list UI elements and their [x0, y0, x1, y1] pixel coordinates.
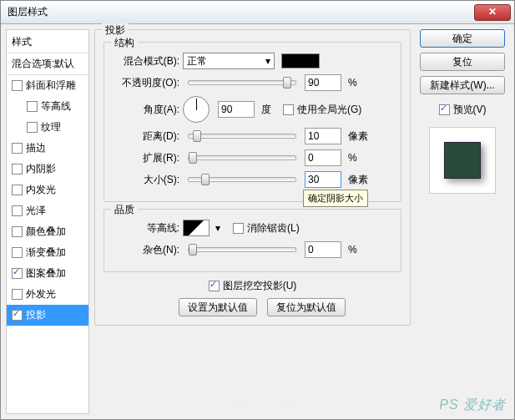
checkbox[interactable] [27, 122, 38, 133]
knockout-checkbox[interactable] [209, 281, 220, 291]
checkbox[interactable] [12, 143, 23, 154]
blend-mode-label: 混合模式(B): [113, 54, 179, 68]
spread-unit: % [348, 152, 357, 164]
checkbox[interactable] [12, 289, 23, 300]
style-item-color-overlay[interactable]: 颜色叠加 [7, 221, 88, 242]
distance-slider[interactable] [188, 134, 296, 139]
checkbox[interactable] [12, 247, 23, 258]
ok-button[interactable]: 确定 [420, 29, 505, 48]
checkbox[interactable] [12, 80, 23, 91]
size-input[interactable]: 30 [305, 171, 341, 188]
style-item-inner-glow[interactable]: 内发光 [7, 180, 88, 200]
distance-label: 距离(D): [113, 129, 179, 144]
settings-panel: 投影 结构 混合模式(B): 正常 不透明度(O): 90 % [94, 29, 411, 414]
quality-group: 品质 等高线: 消除锯齿(L) 杂色(N): 0 % [104, 209, 401, 272]
reset-button[interactable]: 复位 [420, 53, 505, 71]
opacity-label: 不透明度(O): [113, 76, 179, 90]
style-item-outer-glow[interactable]: 外发光 [7, 284, 88, 305]
checkbox[interactable] [12, 205, 23, 216]
style-item-pattern-overlay[interactable]: 图案叠加 [7, 263, 88, 284]
spread-label: 扩展(R): [113, 151, 179, 165]
global-light-checkbox[interactable] [283, 104, 294, 115]
style-item-drop-shadow[interactable]: 投影 [7, 305, 88, 326]
titlebar: 图层样式 ✕ [1, 1, 514, 24]
size-label: 大小(S): [113, 173, 179, 187]
checkbox[interactable] [27, 101, 38, 112]
contour-picker[interactable] [183, 220, 210, 236]
antialias-checkbox[interactable] [233, 223, 244, 234]
blend-options-item[interactable]: 混合选项:默认 [7, 53, 88, 75]
style-item-bevel[interactable]: 斜面和浮雕 [7, 75, 88, 96]
checkbox[interactable] [12, 310, 23, 321]
preview-inner [444, 142, 481, 179]
preview-thumbnail [429, 127, 496, 194]
noise-slider[interactable] [188, 247, 296, 252]
checkbox[interactable] [12, 185, 23, 195]
global-light-label: 使用全局光(G) [297, 103, 361, 117]
drop-shadow-group: 投影 结构 混合模式(B): 正常 不透明度(O): 90 % [94, 29, 411, 326]
structure-title: 结构 [111, 36, 138, 50]
noise-unit: % [348, 244, 357, 256]
styles-header: 样式 [7, 32, 88, 53]
style-item-inner-shadow[interactable]: 内阴影 [7, 159, 88, 180]
quality-title: 品质 [111, 203, 138, 217]
distance-input[interactable]: 10 [305, 128, 341, 144]
set-default-button[interactable]: 设置为默认值 [179, 298, 257, 316]
action-column: 确定 复位 新建样式(W)... 预览(V) [416, 29, 509, 414]
angle-input[interactable]: 90 [218, 101, 255, 118]
layer-style-dialog: 图层样式 ✕ 样式 混合选项:默认 斜面和浮雕 等高线 纹理 描边 内阴影 内发… [0, 0, 515, 420]
contour-label: 等高线: [113, 221, 179, 235]
checkbox[interactable] [12, 268, 23, 279]
new-style-button[interactable]: 新建样式(W)... [420, 76, 505, 94]
watermark-url: UiBO.CoM [220, 398, 295, 416]
style-item-gradient-overlay[interactable]: 渐变叠加 [7, 242, 88, 263]
blend-mode-select[interactable]: 正常 [183, 53, 275, 69]
checkbox[interactable] [12, 164, 23, 175]
style-item-satin[interactable]: 光泽 [7, 200, 88, 221]
styles-list: 样式 混合选项:默认 斜面和浮雕 等高线 纹理 描边 内阴影 内发光 光泽 颜色… [6, 29, 89, 414]
distance-unit: 像素 [348, 129, 368, 144]
style-item-contour[interactable]: 等高线 [7, 96, 88, 117]
preview-label: 预览(V) [453, 103, 487, 117]
shadow-color-swatch[interactable] [281, 53, 320, 68]
size-slider[interactable] [188, 177, 296, 182]
size-tooltip: 确定阴影大小 [303, 190, 368, 207]
close-button[interactable]: ✕ [474, 4, 511, 21]
reset-default-button[interactable]: 复位为默认值 [267, 298, 346, 316]
angle-label: 角度(A): [113, 103, 179, 117]
opacity-unit: % [348, 77, 357, 89]
window-title: 图层样式 [8, 5, 474, 19]
antialias-label: 消除锯齿(L) [247, 221, 300, 235]
size-unit: 像素 [348, 173, 368, 187]
structure-group: 结构 混合模式(B): 正常 不透明度(O): 90 % 角度(A): [104, 42, 401, 202]
spread-slider[interactable] [188, 155, 296, 160]
noise-label: 杂色(N): [113, 243, 179, 257]
opacity-slider[interactable] [188, 80, 296, 85]
style-item-stroke[interactable]: 描边 [7, 138, 88, 159]
style-item-texture[interactable]: 纹理 [7, 117, 88, 138]
watermark: PS 爱好者 [439, 397, 506, 414]
checkbox[interactable] [12, 226, 23, 237]
knockout-label: 图层挖空投影(U) [223, 279, 297, 293]
angle-dial[interactable] [183, 96, 210, 123]
noise-input[interactable]: 0 [305, 241, 341, 258]
spread-input[interactable]: 0 [305, 149, 341, 166]
angle-unit: 度 [261, 103, 271, 117]
opacity-input[interactable]: 90 [305, 74, 341, 91]
preview-checkbox[interactable] [439, 104, 450, 115]
